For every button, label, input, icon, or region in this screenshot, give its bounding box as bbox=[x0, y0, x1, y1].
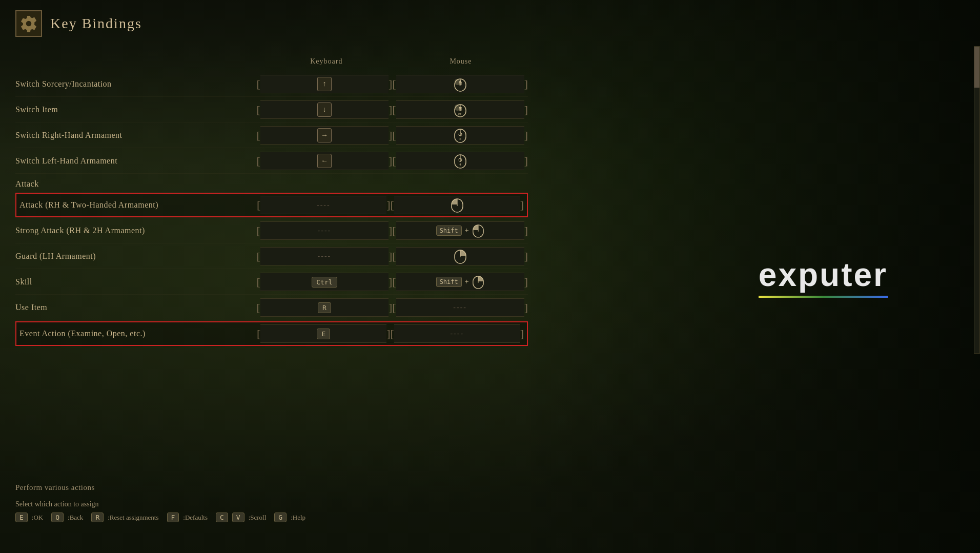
ctrl-key: Ctrl bbox=[312, 277, 337, 288]
page-title: Key Bindings bbox=[50, 15, 142, 32]
mouse-scroll-up-icon bbox=[454, 76, 467, 92]
binding-row-switch-rh[interactable]: Switch Right-Hand Armament [ → ] [ 5 ] bbox=[15, 123, 528, 148]
mouse-binding[interactable]: [ 5 ] bbox=[392, 126, 528, 145]
action-name: Switch Right-Hand Armament bbox=[15, 131, 257, 140]
binding-row-strong-attack[interactable]: Strong Attack (RH & 2H Armament) [ ---- … bbox=[15, 218, 528, 243]
bracket-open: [ bbox=[391, 199, 394, 211]
keyboard-header: Keyboard bbox=[259, 57, 394, 66]
bracket-close: ] bbox=[386, 199, 390, 211]
section-attack-label: Attack bbox=[15, 174, 528, 192]
arrow-left-icon: ← bbox=[317, 154, 332, 168]
action-name: Attack (RH & Two-Handed Armament) bbox=[19, 200, 257, 210]
keyboard-binding[interactable]: [ ↓ ] bbox=[257, 100, 393, 119]
shift-key: Shift bbox=[436, 277, 462, 287]
keyboard-binding[interactable]: [ → ] bbox=[257, 126, 393, 145]
binding-row-switch-sorcery[interactable]: Switch Sorcery/Incantation [ ↑ ] [ ] bbox=[15, 72, 528, 97]
mouse-binding[interactable]: [ Shift + ] bbox=[392, 221, 528, 240]
scrollbar-thumb[interactable] bbox=[974, 47, 979, 88]
keyboard-binding[interactable]: [ R ] bbox=[257, 298, 393, 317]
mouse-binding[interactable]: [ 4 ] bbox=[392, 152, 528, 170]
keyboard-binding[interactable]: [ ---- ] bbox=[257, 247, 393, 265]
action-name: Event Action (Examine, Open, etc.) bbox=[19, 329, 257, 338]
key-slot[interactable]: ---- bbox=[394, 324, 520, 343]
key-slot[interactable]: ↓ bbox=[260, 100, 389, 119]
action-name: Skill bbox=[15, 277, 257, 286]
keyboard-binding[interactable]: [ Ctrl ] bbox=[257, 273, 393, 291]
bracket-close: ] bbox=[524, 225, 528, 236]
key-slot[interactable]: Shift + bbox=[396, 221, 524, 240]
bracket-close: ] bbox=[389, 276, 392, 288]
action-name: Guard (LH Armament) bbox=[15, 252, 257, 261]
mouse-right-shift-icon bbox=[472, 274, 484, 290]
bracket-open: [ bbox=[257, 78, 260, 90]
key-slot[interactable]: ↑ bbox=[260, 75, 389, 93]
key-slot[interactable]: 5 bbox=[396, 126, 524, 145]
key-slot[interactable]: E bbox=[260, 324, 386, 343]
bracket-close: ] bbox=[520, 328, 524, 339]
bracket-close: ] bbox=[524, 302, 528, 313]
exputer-logo: exputer bbox=[759, 256, 888, 298]
key-slot[interactable]: Shift + bbox=[396, 273, 524, 291]
mouse-left-shift-icon bbox=[472, 223, 484, 238]
mouse-binding[interactable]: [ ] bbox=[392, 75, 528, 93]
bracket-open: [ bbox=[392, 302, 396, 313]
mouse-binding[interactable]: [ ---- ] bbox=[392, 298, 528, 317]
bracket-open: [ bbox=[392, 225, 396, 236]
mouse-binding[interactable]: [ ---- ] bbox=[391, 324, 524, 343]
empty-binding: ---- bbox=[317, 201, 331, 209]
binding-row-guard[interactable]: Guard (LH Armament) [ ---- ] [ ] bbox=[15, 244, 528, 269]
key-slot[interactable] bbox=[396, 75, 524, 93]
bracket-open: [ bbox=[257, 130, 260, 141]
mouse-header: Mouse bbox=[394, 57, 528, 66]
bracket-close: ] bbox=[524, 78, 528, 90]
bracket-close: ] bbox=[389, 302, 392, 313]
empty-binding: ---- bbox=[450, 330, 464, 338]
bracket-open: [ bbox=[392, 251, 396, 262]
exputer-underline bbox=[759, 296, 888, 298]
bracket-close: ] bbox=[389, 225, 392, 236]
arrow-right-icon: → bbox=[317, 128, 332, 142]
keyboard-binding[interactable]: [ ---- ] bbox=[257, 196, 390, 214]
binding-row-switch-item[interactable]: Switch Item [ ↓ ] [ ↓ ] bbox=[15, 97, 528, 122]
binding-row-attack-rh[interactable]: Attack (RH & Two-Handed Armament) [ ----… bbox=[15, 193, 528, 217]
key-slot[interactable]: → bbox=[260, 126, 389, 145]
key-slot[interactable]: ← bbox=[260, 152, 389, 170]
mouse-scroll-down-icon: ↓ bbox=[454, 101, 467, 118]
key-slot[interactable]: ---- bbox=[260, 221, 389, 240]
key-slot[interactable] bbox=[394, 196, 520, 214]
key-slot[interactable]: ---- bbox=[396, 298, 524, 317]
binding-row-event-action[interactable]: Event Action (Examine, Open, etc.) [ E ]… bbox=[15, 321, 528, 346]
bracket-open: [ bbox=[392, 78, 396, 90]
bracket-close: ] bbox=[524, 104, 528, 115]
key-slot[interactable]: ---- bbox=[260, 247, 389, 265]
key-slot[interactable]: R bbox=[260, 298, 389, 317]
key-slot[interactable]: 4 bbox=[396, 152, 524, 170]
keyboard-binding[interactable]: [ ← ] bbox=[257, 152, 393, 170]
scrollbar[interactable] bbox=[974, 46, 980, 354]
key-slot[interactable] bbox=[396, 247, 524, 265]
bracket-close: ] bbox=[389, 251, 392, 262]
exputer-text: exputer bbox=[759, 256, 888, 294]
keyboard-binding[interactable]: [ ---- ] bbox=[257, 221, 393, 240]
mouse-binding[interactable]: [ Shift + ] bbox=[392, 273, 528, 291]
bracket-open: [ bbox=[257, 199, 260, 211]
key-slot[interactable]: ↓ bbox=[396, 100, 524, 119]
binding-row-skill[interactable]: Skill [ Ctrl ] [ Shift + ] bbox=[15, 270, 528, 295]
binding-row-use-item[interactable]: Use Item [ R ] [ ---- ] bbox=[15, 295, 528, 320]
svg-text:5: 5 bbox=[459, 137, 461, 141]
bracket-close: ] bbox=[524, 130, 528, 141]
mouse-binding[interactable]: [ ↓ ] bbox=[392, 100, 528, 119]
key-slot[interactable]: Ctrl bbox=[260, 273, 389, 291]
mouse-binding[interactable]: [ ] bbox=[391, 196, 524, 214]
plus-icon: + bbox=[465, 227, 469, 235]
keyboard-binding[interactable]: [ ↑ ] bbox=[257, 75, 393, 93]
key-slot[interactable]: ---- bbox=[260, 196, 386, 214]
bracket-close: ] bbox=[389, 155, 392, 167]
svg-text:4: 4 bbox=[459, 162, 461, 167]
mouse-binding[interactable]: [ ] bbox=[392, 247, 528, 265]
action-name: Strong Attack (RH & 2H Armament) bbox=[15, 226, 257, 235]
bracket-close: ] bbox=[524, 155, 528, 167]
keyboard-binding[interactable]: [ E ] bbox=[257, 324, 390, 343]
binding-row-switch-lh[interactable]: Switch Left-Hand Armament [ ← ] [ 4 ] bbox=[15, 149, 528, 174]
header: Key Bindings bbox=[15, 10, 528, 42]
